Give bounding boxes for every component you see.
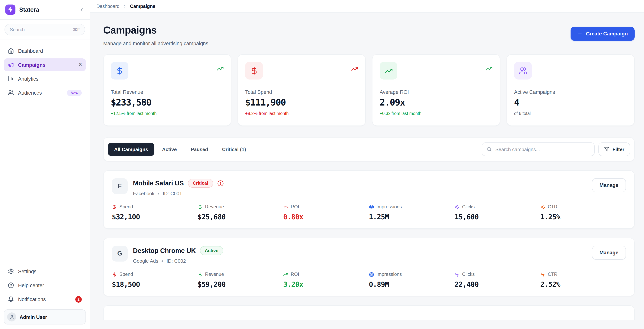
sidebar-search[interactable]: ⌘F	[4, 24, 85, 36]
status-badge: Critical	[188, 179, 213, 188]
tab-active[interactable]: Active	[156, 143, 183, 156]
stat-value: 2.09x	[380, 97, 492, 108]
metric-spend: Spend $32,100	[112, 204, 198, 221]
sidebar-item-analytics[interactable]: Analytics	[4, 72, 86, 85]
app-root: Statera ⌘F Dashboard Campaigns 8	[0, 0, 644, 329]
stat-delta: of 6 total	[514, 111, 627, 116]
bar-chart-icon	[8, 76, 14, 82]
notifications-count-badge: 2	[75, 296, 82, 302]
campaign-search-input[interactable]	[495, 146, 590, 152]
page-title: Campaigns	[103, 25, 208, 36]
sidebar-footer-nav: Settings Help center Notifications 2	[0, 260, 90, 307]
campaign-avatar: F	[112, 178, 128, 194]
trending-up-icon	[380, 62, 397, 80]
sidebar-item-label: Settings	[18, 268, 36, 274]
chevron-left-icon	[79, 7, 84, 12]
filter-button[interactable]: Filter	[598, 142, 630, 156]
tab-critical[interactable]: Critical (1)	[216, 143, 252, 156]
sidebar-collapse-button[interactable]	[79, 7, 84, 12]
home-icon	[8, 48, 14, 54]
campaign-card-desktop-chrome-uk: G Desktop Chrome UK Active Google Ads ID…	[103, 238, 634, 296]
mouse-pointer-click-icon	[540, 272, 545, 277]
search-shortcut-hint: ⌘F	[73, 27, 80, 32]
stat-card-average-roi: Average ROI 2.09x +0.3x from last month	[372, 54, 500, 126]
campaign-name: Desktop Chrome UK	[133, 247, 196, 255]
sidebar-item-campaigns[interactable]: Campaigns 8	[4, 58, 86, 71]
stat-card-active-campaigns: Active Campaigns 4 of 6 total	[506, 54, 634, 126]
trending-down-icon	[283, 204, 288, 209]
sidebar-nav: Dashboard Campaigns 8 Analytics Audience…	[0, 40, 90, 104]
stat-label: Average ROI	[380, 89, 492, 95]
stat-delta: +8.2% from last month	[245, 111, 358, 116]
breadcrumb-campaigns: Campaigns	[130, 4, 155, 9]
stat-delta: +0.3x from last month	[380, 111, 492, 116]
target-icon	[369, 204, 374, 209]
breadcrumb-dashboard[interactable]: Dashboard	[96, 4, 120, 9]
dollar-icon	[198, 204, 202, 209]
metric-revenue: Revenue $59,200	[198, 272, 283, 288]
sidebar-item-settings[interactable]: Settings	[4, 265, 86, 278]
sidebar-search-input[interactable]	[10, 27, 73, 32]
create-campaign-button[interactable]: Create Campaign	[570, 27, 634, 41]
metric-clicks: Clicks 22,400	[454, 272, 540, 288]
sidebar-item-label: Notifications	[18, 296, 46, 302]
campaign-id: ID: C002	[166, 258, 186, 264]
main-area: Dashboard Campaigns Campaigns Manage and…	[90, 0, 644, 329]
stat-delta: +12.5% from last month	[111, 111, 224, 116]
user-avatar	[7, 312, 16, 321]
campaign-id: ID: C001	[163, 191, 182, 196]
users-icon	[514, 62, 532, 80]
tabs: All Campaigns Active Paused Critical (1)	[108, 143, 252, 156]
gear-icon	[8, 268, 14, 274]
page-header: Campaigns Manage and monitor all adverti…	[103, 22, 634, 46]
campaign-search[interactable]	[482, 142, 595, 156]
user-icon	[9, 314, 14, 319]
campaign-metrics: Spend $32,100 Revenue $25,680 ROI 0.80x …	[112, 204, 626, 221]
page-subtitle: Manage and monitor all advertising campa…	[103, 41, 208, 46]
tab-paused[interactable]: Paused	[184, 143, 215, 156]
page-header-text: Campaigns Manage and monitor all adverti…	[103, 22, 208, 46]
manage-button[interactable]: Manage	[592, 178, 626, 192]
dollar-icon	[111, 62, 128, 80]
audiences-new-badge: New	[67, 90, 82, 96]
trending-up-icon	[351, 65, 358, 72]
campaign-metrics: Spend $18,500 Revenue $59,200 ROI 3.20x …	[112, 272, 626, 288]
stat-value: 4	[514, 97, 627, 108]
dollar-icon	[245, 62, 263, 80]
trending-up-icon	[216, 65, 224, 72]
metric-roi: ROI 3.20x	[283, 272, 369, 288]
metric-spend: Spend $18,500	[112, 272, 198, 288]
target-icon	[369, 272, 374, 277]
stat-card-total-revenue: Total Revenue $233,580 +12.5% from last …	[103, 54, 231, 126]
metric-revenue: Revenue $25,680	[198, 204, 283, 221]
manage-button[interactable]: Manage	[592, 246, 626, 260]
metric-impressions: Impressions 0.89M	[369, 272, 454, 288]
bell-icon	[8, 296, 14, 302]
sidebar-item-help-center[interactable]: Help center	[4, 279, 86, 292]
user-menu[interactable]: Admin User	[4, 309, 86, 324]
campaign-avatar: G	[112, 246, 128, 261]
create-campaign-label: Create Campaign	[586, 31, 628, 37]
funnel-icon	[604, 147, 609, 152]
tab-all-campaigns[interactable]: All Campaigns	[108, 143, 154, 156]
sidebar-item-dashboard[interactable]: Dashboard	[4, 45, 86, 57]
metric-impressions: Impressions 1.25M	[369, 204, 454, 221]
stat-value: $111,900	[245, 97, 358, 108]
user-name: Admin User	[20, 314, 47, 320]
alert-circle-icon	[217, 180, 224, 186]
stat-label: Active Campaigns	[514, 89, 627, 95]
users-icon	[8, 90, 14, 96]
brand-name: Statera	[19, 6, 39, 13]
metric-ctr: CTR 2.52%	[540, 272, 626, 288]
breadcrumb: Dashboard Campaigns	[90, 0, 644, 13]
sidebar-item-notifications[interactable]: Notifications 2	[4, 293, 86, 306]
sidebar-item-audiences[interactable]: Audiences New	[4, 86, 86, 99]
sidebar-item-label: Analytics	[18, 76, 38, 82]
campaign-card-mobile-safari-us: F Mobile Safari US Critical Facebook	[103, 170, 634, 229]
content: Campaigns Manage and monitor all adverti…	[90, 13, 644, 329]
campaign-platform: Google Ads	[133, 258, 158, 264]
sidebar-item-label: Help center	[18, 282, 44, 288]
metric-clicks: Clicks 15,600	[454, 204, 540, 221]
mouse-pointer-click-icon	[540, 204, 545, 209]
stat-label: Total Spend	[245, 89, 358, 95]
